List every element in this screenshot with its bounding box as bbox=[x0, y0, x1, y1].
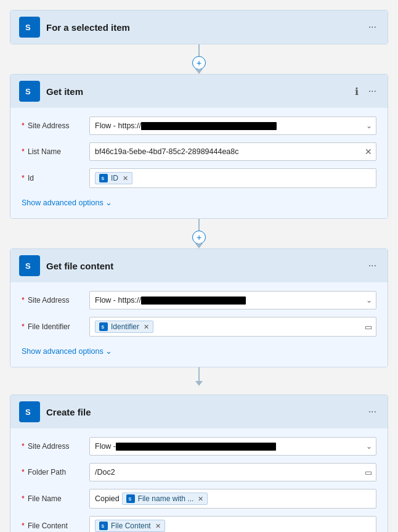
file-content-token: S File Content ✕ bbox=[95, 520, 165, 532]
get-item-more-button[interactable]: ··· bbox=[366, 84, 379, 98]
get-file-show-advanced[interactable]: Show advanced options ⌄ bbox=[22, 344, 112, 361]
file-content-token-icon: S bbox=[99, 522, 108, 530]
create-file-title: Create file bbox=[46, 407, 360, 417]
connector-2: + bbox=[192, 219, 206, 248]
create-file-card: S Create file ··· * Site Address Flow - … bbox=[10, 395, 388, 532]
create-file-more-button[interactable]: ··· bbox=[366, 405, 379, 419]
get-file-site-address-row: * Site Address Flow - https:// ⌄ bbox=[22, 291, 376, 309]
connector-3 bbox=[195, 367, 203, 395]
get-item-card: S Get item ℹ ··· * Site Address Flow - h… bbox=[10, 74, 388, 219]
trigger-header: S For a selected item ··· bbox=[10, 10, 388, 44]
create-file-site-address-row: * Site Address Flow - ⌄ bbox=[22, 437, 376, 456]
get-file-identifier-row: * File Identifier S Identifier ✕ bbox=[22, 317, 376, 337]
get-file-site-address-label: * Site Address bbox=[22, 296, 89, 305]
get-item-header: S Get item ℹ ··· bbox=[10, 75, 388, 108]
add-step-button-1[interactable]: + bbox=[192, 56, 206, 70]
identifier-token: S Identifier ✕ bbox=[95, 321, 153, 333]
file-name-token-icon: S bbox=[126, 494, 135, 503]
get-item-body: * Site Address Flow - https:// ⌄ * List … bbox=[10, 108, 388, 218]
get-item-info-button[interactable]: ℹ bbox=[352, 84, 361, 99]
get-file-content-title: Get file content bbox=[46, 261, 360, 271]
chevron-down-icon: ⌄ bbox=[105, 198, 112, 207]
get-file-content-sp-icon: S bbox=[19, 255, 40, 276]
create-file-body: * Site Address Flow - ⌄ * Folder Path /D… bbox=[10, 428, 388, 532]
site-address-dropdown-icon: ⌄ bbox=[366, 121, 372, 130]
get-file-identifier-input[interactable]: S Identifier ✕ ▭ bbox=[89, 317, 376, 337]
connector-arrow-1 bbox=[195, 69, 203, 74]
get-file-content-more-button[interactable]: ··· bbox=[366, 259, 379, 272]
connector-arrow-3 bbox=[195, 381, 203, 386]
connector-line-1 bbox=[198, 44, 200, 56]
create-file-folder-path-label: * Folder Path bbox=[22, 468, 89, 477]
trigger-title: For a selected item bbox=[46, 22, 360, 33]
add-step-button-2[interactable]: + bbox=[192, 231, 206, 244]
file-name-token: S File name with ... ✕ bbox=[122, 493, 208, 505]
identifier-token-icon: S bbox=[99, 322, 108, 331]
get-item-site-address-input[interactable]: Flow - https:// ⌄ bbox=[89, 117, 376, 135]
file-name-token-remove[interactable]: ✕ bbox=[198, 495, 203, 503]
get-item-show-advanced[interactable]: Show advanced options ⌄ bbox=[22, 195, 112, 212]
trigger-more-button[interactable]: ··· bbox=[366, 20, 379, 34]
svg-text:S: S bbox=[102, 325, 105, 329]
create-file-dropdown-icon: ⌄ bbox=[366, 442, 372, 451]
id-token: S ID ✕ bbox=[95, 172, 132, 184]
create-file-file-content-label: * File Content bbox=[22, 522, 89, 530]
connector-1: + bbox=[192, 44, 206, 74]
chevron-down-icon-2: ⌄ bbox=[105, 346, 112, 356]
file-content-token-remove[interactable]: ✕ bbox=[155, 522, 161, 530]
get-file-content-actions: ··· bbox=[366, 259, 379, 272]
id-token-icon: S bbox=[99, 174, 108, 182]
get-item-id-row: * Id S ID ✕ bbox=[22, 168, 376, 188]
get-file-site-address-redacted bbox=[141, 297, 246, 305]
id-token-remove[interactable]: ✕ bbox=[123, 174, 128, 182]
get-item-id-label: * Id bbox=[22, 174, 89, 182]
create-file-site-address-label: * Site Address bbox=[22, 442, 89, 451]
get-file-content-card: S Get file content ··· * Site Address Fl… bbox=[10, 248, 388, 367]
create-file-folder-path-input[interactable]: /Doc2 ▭ bbox=[89, 463, 376, 481]
create-file-sp-icon: S bbox=[19, 401, 40, 422]
get-file-content-header: S Get file content ··· bbox=[10, 249, 388, 282]
create-file-site-address-input[interactable]: Flow - ⌄ bbox=[89, 437, 376, 456]
get-file-dropdown-icon: ⌄ bbox=[366, 296, 372, 305]
create-file-header: S Create file ··· bbox=[10, 395, 388, 428]
get-file-site-address-input[interactable]: Flow - https:// ⌄ bbox=[89, 291, 376, 309]
svg-text:S: S bbox=[25, 87, 31, 96]
create-file-file-name-row: * File Name Copied S File name with ... bbox=[22, 489, 376, 509]
connector-line-3a bbox=[198, 367, 200, 381]
svg-text:S: S bbox=[102, 524, 105, 528]
folder-path-copy-icon: ▭ bbox=[365, 468, 372, 477]
create-file-site-address-redacted bbox=[116, 443, 276, 451]
list-name-clear-button[interactable]: ✕ bbox=[365, 147, 372, 157]
get-item-id-input[interactable]: S ID ✕ bbox=[89, 168, 376, 188]
get-item-site-address-row: * Site Address Flow - https:// ⌄ bbox=[22, 117, 376, 135]
create-file-folder-path-row: * Folder Path /Doc2 ▭ bbox=[22, 463, 376, 481]
trigger-sp-icon: S bbox=[19, 17, 40, 38]
svg-text:S: S bbox=[25, 23, 31, 32]
get-file-content-body: * Site Address Flow - https:// ⌄ * File … bbox=[10, 282, 388, 367]
file-identifier-copy-icon: ▭ bbox=[365, 322, 372, 332]
svg-text:S: S bbox=[128, 497, 131, 501]
identifier-token-remove[interactable]: ✕ bbox=[144, 323, 149, 331]
flow-container: S For a selected item ··· + S Get item bbox=[10, 10, 388, 532]
get-item-list-name-row: * List Name bf46c19a-5ebe-4bd7-85c2-2898… bbox=[22, 142, 376, 161]
trigger-card: S For a selected item ··· bbox=[10, 10, 388, 44]
get-item-site-address-label: * Site Address bbox=[22, 121, 89, 130]
create-file-actions: ··· bbox=[366, 405, 379, 419]
connector-arrow-2 bbox=[195, 243, 203, 248]
svg-text:S: S bbox=[25, 407, 31, 417]
get-item-actions: ℹ ··· bbox=[352, 84, 379, 99]
get-item-list-name-input[interactable]: bf46c19a-5ebe-4bd7-85c2-28989444ea8c ✕ bbox=[89, 142, 376, 161]
get-item-title: Get item bbox=[46, 86, 346, 97]
svg-text:S: S bbox=[25, 261, 31, 271]
get-file-identifier-label: * File Identifier bbox=[22, 322, 89, 331]
trigger-actions: ··· bbox=[366, 20, 379, 34]
create-file-file-content-row: * File Content S File Content ✕ bbox=[22, 516, 376, 532]
svg-text:S: S bbox=[102, 176, 105, 181]
get-item-list-name-label: * List Name bbox=[22, 147, 89, 156]
create-file-file-name-label: * File Name bbox=[22, 494, 89, 503]
get-item-sp-icon: S bbox=[19, 81, 40, 102]
connector-line-2 bbox=[198, 219, 200, 231]
create-file-file-name-input[interactable]: Copied S File name with ... ✕ bbox=[89, 489, 376, 509]
create-file-file-content-input[interactable]: S File Content ✕ bbox=[89, 516, 376, 532]
site-address-redacted bbox=[141, 122, 277, 130]
